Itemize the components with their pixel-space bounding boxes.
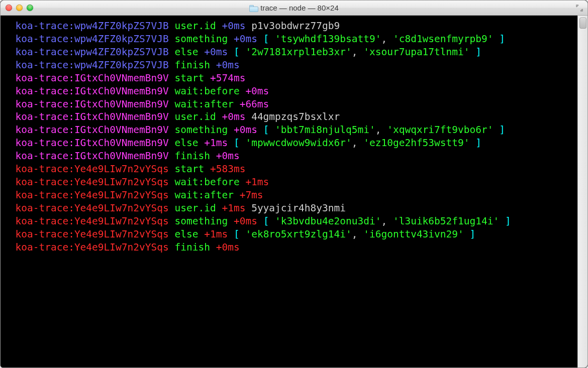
traffic-lights (6, 5, 33, 11)
log-line: koa-trace:IGtxCh0VNmemBn9V finish +0ms (4, 150, 576, 163)
log-line: koa-trace:IGtxCh0VNmemBn9V wait:after +6… (4, 98, 576, 111)
log-line: koa-trace:Ye4e9LIw7n2vYSqs user.id +1ms … (4, 202, 576, 215)
log-line: koa-trace:IGtxCh0VNmemBn9V wait:before +… (4, 85, 576, 98)
log-line: koa-trace:Ye4e9LIw7n2vYSqs wait:before +… (4, 176, 576, 189)
log-line: koa-trace:wpw4ZFZ0kpZS7VJB finish +0ms (4, 59, 576, 72)
log-line: koa-trace:Ye4e9LIw7n2vYSqs finish +0ms (4, 241, 576, 254)
log-line: koa-trace:wpw4ZFZ0kpZS7VJB else +0ms [ '… (4, 46, 576, 59)
scroll-thumb[interactable] (579, 18, 586, 29)
log-line: koa-trace:IGtxCh0VNmemBn9V something +0m… (4, 124, 576, 137)
log-line: koa-trace:IGtxCh0VNmemBn9V start +574ms (4, 72, 576, 85)
fullscreen-icon[interactable] (575, 4, 583, 12)
window-titlebar[interactable]: trace — node — 80×24 (1, 1, 587, 16)
log-line: koa-trace:Ye4e9LIw7n2vYSqs start +583ms (4, 163, 576, 176)
log-line: koa-trace:Ye4e9LIw7n2vYSqs wait:after +7… (4, 189, 576, 202)
window-title-text: trace — node — 80×24 (260, 4, 339, 12)
log-line: koa-trace:wpw4ZFZ0kpZS7VJB user.id +0ms … (4, 20, 576, 33)
zoom-icon[interactable] (27, 5, 33, 11)
log-line: koa-trace:IGtxCh0VNmemBn9V else +1ms [ '… (4, 137, 576, 150)
folder-icon (249, 5, 257, 11)
close-icon[interactable] (6, 5, 12, 11)
log-line: koa-trace:Ye4e9LIw7n2vYSqs something +0m… (4, 215, 576, 228)
log-line: koa-trace:Ye4e9LIw7n2vYSqs else +1ms [ '… (4, 228, 576, 241)
window-title: trace — node — 80×24 (1, 4, 587, 12)
terminal-window: trace — node — 80×24 koa-trace:wpw4ZFZ0k… (0, 0, 588, 368)
log-line: koa-trace:wpw4ZFZ0kpZS7VJB something +0m… (4, 33, 576, 46)
terminal-output[interactable]: koa-trace:wpw4ZFZ0kpZS7VJB user.id +0ms … (1, 16, 577, 367)
scrollbar[interactable] (577, 16, 587, 367)
log-line: koa-trace:IGtxCh0VNmemBn9V user.id +0ms … (4, 110, 576, 124)
window-content: koa-trace:wpw4ZFZ0kpZS7VJB user.id +0ms … (1, 16, 587, 367)
minimize-icon[interactable] (16, 5, 23, 11)
